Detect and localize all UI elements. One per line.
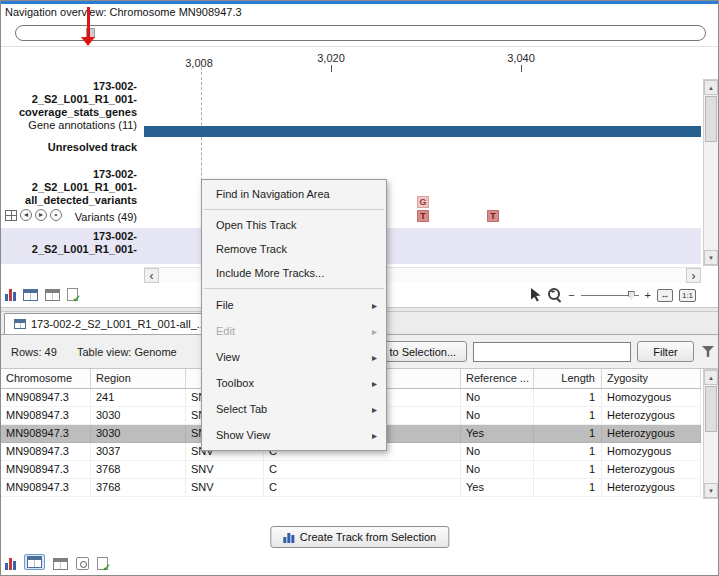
track-label-line: coverage_stats_genes: [1, 106, 137, 119]
scroll-up-icon[interactable]: [704, 80, 718, 95]
track-label-line: 2_S2_L001_R1_001-: [1, 181, 137, 194]
menu-item-show-view[interactable]: Show View: [202, 422, 386, 448]
track-label-unresolved[interactable]: Unresolved track: [1, 141, 141, 154]
cell: No: [461, 407, 534, 425]
menu-item-file[interactable]: File: [202, 292, 386, 318]
selection-cursor-icon[interactable]: [530, 288, 542, 302]
menu-item-label: View: [216, 351, 240, 363]
cell: 3037: [91, 443, 186, 461]
track-vertical-scrollbar[interactable]: [703, 79, 719, 266]
open-table-icon[interactable]: [5, 210, 17, 221]
rows-count-label: Rows: 49: [11, 346, 57, 358]
track-label-coverage-stats-genes[interactable]: 173-002- 2_S2_L001_R1_001- coverage_stat…: [1, 80, 141, 132]
cell: C: [264, 479, 461, 497]
menu-item-label: Remove Track: [216, 243, 287, 255]
scroll-down-icon[interactable]: [704, 250, 718, 265]
track-sublabel: Gene annotations (11): [1, 119, 137, 132]
track-label-line: 173-002-: [1, 80, 137, 93]
menu-item-open-this-track[interactable]: Open This Track: [202, 213, 386, 237]
zoom-in-icon[interactable]: [645, 289, 651, 302]
menu-item-label: Toolbox: [216, 377, 254, 389]
scroll-down-icon[interactable]: [704, 483, 718, 498]
submenu-arrow-icon: [372, 344, 377, 371]
menu-item-label: Include More Tracks...: [216, 267, 324, 279]
variant-allele-marker[interactable]: G: [417, 196, 429, 208]
table-view-active-icon[interactable]: [24, 554, 45, 570]
table-icon: [27, 556, 42, 568]
zoom-slider[interactable]: [581, 290, 639, 301]
advanced-filter-icon[interactable]: [702, 346, 714, 357]
create-track-from-selection-button[interactable]: Create Track from Selection: [270, 526, 449, 548]
cell: SNV: [186, 479, 264, 497]
menu-item-toolbox[interactable]: Toolbox: [202, 370, 386, 396]
cell: Heterozygous: [602, 479, 701, 497]
scroll-left-icon[interactable]: [144, 268, 159, 283]
cell: Yes: [461, 479, 534, 497]
ruler-tick-label: 3,008: [176, 57, 222, 69]
split-table-view-icon[interactable]: [53, 558, 68, 570]
column-header[interactable]: Reference ...: [461, 369, 534, 388]
cell: Yes: [461, 425, 534, 443]
chromosome-overview-scrollbar[interactable]: [15, 25, 706, 41]
scrollbar-thumb[interactable]: [705, 386, 717, 432]
bar-chart-view-icon[interactable]: [5, 288, 16, 301]
filter-input[interactable]: [473, 342, 631, 362]
ruler-tick-label: 3,040: [498, 52, 544, 64]
fit-width-icon[interactable]: [657, 289, 673, 302]
check-view-icon[interactable]: [97, 557, 108, 570]
submenu-arrow-icon: [372, 318, 377, 345]
track-label-line: Unresolved track: [1, 141, 137, 154]
zoom-out-icon[interactable]: [568, 289, 574, 302]
zoom-slider-thumb[interactable]: [628, 291, 635, 300]
track-quick-toolbar: [5, 209, 62, 221]
report-check-icon[interactable]: [67, 288, 78, 301]
menu-item-edit[interactable]: Edit: [202, 318, 386, 344]
column-header[interactable]: Zygosity: [602, 369, 701, 388]
column-header[interactable]: Region: [91, 369, 186, 388]
scroll-up-icon[interactable]: [704, 370, 718, 385]
menu-item-label: Find in Navigation Area: [216, 188, 330, 200]
menu-item-label: Edit: [216, 325, 235, 337]
column-header[interactable]: Chromosome: [1, 369, 91, 388]
cell: No: [461, 443, 534, 461]
previous-icon[interactable]: [20, 209, 32, 221]
track-view-icon[interactable]: [5, 557, 16, 570]
table-vertical-scrollbar[interactable]: [703, 369, 719, 499]
next-icon[interactable]: [35, 209, 47, 221]
menu-item-label: Select Tab: [216, 403, 267, 415]
filter-button[interactable]: Filter: [637, 341, 694, 362]
zoom-tool-icon[interactable]: [548, 288, 562, 302]
scroll-right-icon[interactable]: [686, 268, 701, 283]
zoom-one-to-one-icon[interactable]: 1:1: [679, 289, 696, 302]
cell: Heterozygous: [602, 407, 701, 425]
menu-item-select-tab[interactable]: Select Tab: [202, 396, 386, 422]
menu-item-include-more-tracks[interactable]: Include More Tracks...: [202, 261, 386, 285]
menu-item-label: Show View: [216, 429, 270, 441]
menu-item-find-in-navigation-area[interactable]: Find in Navigation Area: [202, 182, 386, 206]
track-label-all-detected-variants[interactable]: 173-002- 2_S2_L001_R1_001- all_detected_…: [1, 168, 141, 207]
menu-item-remove-track[interactable]: Remove Track: [202, 237, 386, 261]
scrollbar-thumb[interactable]: [705, 96, 717, 142]
create-track-label: Create Track from Selection: [300, 531, 436, 543]
refresh-icon[interactable]: [50, 209, 62, 221]
overview-icon[interactable]: [76, 557, 89, 570]
gene-annotations-track-bar[interactable]: [144, 126, 701, 137]
menu-item-view[interactable]: View: [202, 344, 386, 370]
cell: MN908947.3: [1, 461, 91, 479]
column-header[interactable]: Length: [534, 369, 602, 388]
focus-accent-bar: [1, 1, 718, 4]
tab-variant-table[interactable]: 173-002-2_S2_L001_R1_001-all_...: [4, 313, 216, 334]
table-row[interactable]: MN908947.3 3768 SNV C No 1 Heterozygous: [1, 461, 701, 479]
table-row[interactable]: MN908947.3 3768 SNV C Yes 1 Heterozygous: [1, 479, 701, 497]
menu-item-label: File: [216, 299, 234, 311]
variant-allele-marker[interactable]: T: [487, 210, 499, 222]
cell: MN908947.3: [1, 443, 91, 461]
variant-allele-marker[interactable]: T: [417, 210, 429, 222]
ruler-tick: [521, 65, 522, 72]
position-annotation-arrow-line: [87, 7, 90, 38]
split-table-view-icon[interactable]: [45, 289, 60, 301]
table-tab-icon: [14, 319, 26, 329]
cell: Homozygous: [602, 443, 701, 461]
track-label-selected[interactable]: 173-002- 2_S2_L001_R1_001-: [1, 230, 141, 256]
table-view-icon[interactable]: [23, 289, 38, 301]
